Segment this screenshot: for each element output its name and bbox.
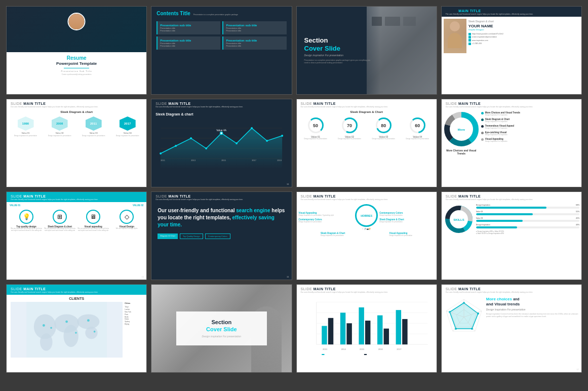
slide11-header: SLIDE MAIN TITLE Our user-friendly and f… <box>297 192 437 202</box>
svg-text:2014: 2014 <box>341 348 346 350</box>
slide-6[interactable]: SLIDE MAIN TITLE Our user-friendly and f… <box>151 99 292 187</box>
slide4-role: Graphic Designer <box>468 28 579 31</box>
slide11-header-light: SLIDE <box>301 194 312 198</box>
content-item-2-sub2: Presentation title <box>226 29 284 32</box>
hobby-bottom-2: Visual Appealing Design Inspiration for … <box>389 232 413 237</box>
slide5-hexagons: 1990 Value 01 Design inspiration for pre… <box>7 114 146 139</box>
skill-4: Design Inspiration 40% <box>476 224 579 228</box>
slide6-sub: Our user-friendly and functional search … <box>155 106 287 108</box>
content-item-1-sub2: Presentation title <box>160 29 218 32</box>
svg-text:Value 4A: Value 4A <box>216 129 227 132</box>
svg-rect-62 <box>328 318 333 344</box>
slide4-name: YOUR NAME <box>468 24 579 28</box>
slide9-icons: 💡 Top quality design We can implement an… <box>7 209 146 234</box>
slide13-map <box>11 302 123 358</box>
slide8-header-light: SLIDE <box>446 102 457 105</box>
resume-pres-sub: Presentation Sub Title <box>61 70 92 72</box>
slide-10[interactable]: SLIDE MAIN TITLE Our user-friendly and f… <box>151 191 292 280</box>
slide16-num: 17 <box>577 368 579 371</box>
circle-4: 60 Value 04 Design inspiration for prese… <box>406 116 429 140</box>
slide9-sub: Our user-friendly and functional search … <box>11 199 142 201</box>
tag-1: Diagram & Chart <box>158 233 178 239</box>
slide14-box: Section Cover Slide Design inspiration F… <box>176 311 267 345</box>
slide-11[interactable]: SLIDE MAIN TITLE Our user-friendly and f… <box>296 191 437 280</box>
slide12-header: SLIDE MAIN TITLE Our user-friendly and f… <box>442 192 581 202</box>
content-item-3-sub2: Presentation title <box>160 45 218 47</box>
slide9-header-bold: MAIN TITLE <box>23 194 46 198</box>
slide6-header: SLIDE MAIN TITLE Our user-friendly and f… <box>151 99 291 109</box>
slide-grid: Resume Powerpoint Template Presentation … <box>6 6 582 373</box>
slide6-num: 11 <box>287 183 289 185</box>
slide-2[interactable]: Contents Title Presentation is a complet… <box>151 6 292 95</box>
hex-3: 2011 Value 03 Design inspiration for pre… <box>79 116 108 137</box>
slide-16[interactable]: SLIDE MAIN TITLE Our user-friendly and f… <box>441 284 582 373</box>
hex-1: 1990 Value 01 Design inspiration for pre… <box>11 116 41 137</box>
slide15-header: SLIDE MAIN TITLE Our user-friendly and f… <box>297 285 437 295</box>
slide-8[interactable]: SLIDE MAIN TITLE Our user-friendly and f… <box>441 99 582 187</box>
svg-point-54 <box>94 331 96 333</box>
skill-3: Value 03 45% <box>476 217 579 222</box>
slide5-header-light: SLIDE <box>11 102 22 105</box>
content-item-4: Presentation sub title Presentation titl… <box>222 36 286 50</box>
svg-rect-70 <box>402 319 407 344</box>
skill-legend: ● Design Inspiration 68% ● Value 02 55% … <box>476 230 579 234</box>
svg-point-53 <box>87 319 90 322</box>
svg-rect-64 <box>346 323 351 344</box>
slide-5[interactable]: SLIDE MAIN TITLE Our user-friendly and f… <box>6 99 147 187</box>
skill-3-fill <box>476 220 523 222</box>
svg-text:SKILLS: SKILLS <box>453 218 464 221</box>
resume-title: Resume <box>67 55 87 61</box>
slide5-diagram-title: Sleek Diagram & chart <box>7 109 146 114</box>
legend-2-dot <box>481 119 484 121</box>
slide5-sub: Our user-friendly and functional search … <box>11 106 142 108</box>
section-cover-desc: Presentation is a complete presentation … <box>304 59 373 64</box>
slide-1[interactable]: Resume Powerpoint Template Presentation … <box>6 6 147 95</box>
slide-15[interactable]: SLIDE MAIN TITLE Our user-friendly and f… <box>296 284 437 373</box>
slide-7[interactable]: SLIDE MAIN TITLE Our user-friendly and f… <box>296 99 437 187</box>
slide12-bars: Design Inspiration 68% Value 02 55% Valu… <box>476 204 579 237</box>
slide-3[interactable]: Section Cover Slide Design inspiration F… <box>296 6 437 95</box>
contents-desc: Presentation is a complete presentation … <box>193 14 238 16</box>
legend-3: Tremendous Visual AppealDesign Inspirati… <box>481 125 579 129</box>
slide8-legend: More Choices and Visual TrendsDesign Ins… <box>481 111 579 155</box>
svg-point-85 <box>477 312 479 315</box>
slide8-header: SLIDE MAIN TITLE Our user-friendly and f… <box>442 99 581 109</box>
slide11-bottom: Sleek Diagram & Chart Design Inspiration… <box>297 232 437 239</box>
hobby-left-1: Visual Appealing Design Inspiration for … <box>299 212 354 216</box>
legend-2: Sleek Diagram & ChartDesign Inspiration … <box>481 118 579 123</box>
slide11-header-bold: MAIN TITLE <box>313 194 336 198</box>
hobbies-icons-row: ✈ 🎵 📷 🏆 <box>355 228 378 230</box>
svg-point-5 <box>175 145 177 147</box>
slide5-header-bold: MAIN TITLE <box>23 102 46 105</box>
svg-text:2013: 2013 <box>322 348 327 350</box>
hex-2: 2008 Value 02 Design inspiration for pre… <box>45 116 74 137</box>
icon-3-circle: 🖥 <box>86 210 100 224</box>
svg-rect-61 <box>322 326 327 345</box>
svg-text:More: More <box>458 128 465 131</box>
slide4-header-light: SLIDE <box>446 9 459 13</box>
contents-title: Contents Title <box>156 11 190 16</box>
slide8-chart-title: More Choices and Visual Trends <box>444 149 479 155</box>
hobby-bottom-1: Sleek Diagram & Chart Design Inspiration… <box>321 232 345 237</box>
slide13-map-title: CLIENTS <box>11 297 142 300</box>
svg-text:2017: 2017 <box>252 159 257 162</box>
slide12-skills-area: SKILLS Design Inspiration 68% Value 02 5… <box>442 202 581 239</box>
slide10-tags: Diagram & Chart Top Quality Design Conte… <box>158 233 285 239</box>
slide-9[interactable]: SLIDE MAIN TITLE Our user-friendly and f… <box>6 191 147 280</box>
slide8-sub: Our user-friendly and functional search … <box>446 106 577 108</box>
svg-point-86 <box>471 328 473 330</box>
slide-4[interactable]: SLIDE MAIN TITLE The user-friendly and f… <box>441 6 582 95</box>
slide8-header-bold: MAIN TITLE <box>458 102 481 105</box>
slide8-chart-area: More More Choices and Visual Trends More… <box>442 109 581 157</box>
slide7-header-light: SLIDE <box>301 102 312 105</box>
slide-13[interactable]: SLIDE MAIN TITLE Our user-friendly and f… <box>6 284 147 373</box>
slide16-header-bold: MAIN TITLE <box>458 287 481 291</box>
skill-2-fill <box>476 213 533 215</box>
slide13-header: SLIDE MAIN TITLE Our user-friendly and f… <box>7 285 146 295</box>
icon-4-circle: ◇ <box>120 210 134 224</box>
slide-14[interactable]: Section Cover Slide Design inspiration F… <box>151 284 292 373</box>
icon-4: ◇ Visual Design We can implement design … <box>110 210 143 232</box>
svg-point-44 <box>40 333 52 350</box>
slide-12[interactable]: SLIDE MAIN TITLE Our user-friendly and f… <box>441 191 582 280</box>
legend-4: Eye-catching VisualDesign Inspiration Fo… <box>481 131 579 136</box>
